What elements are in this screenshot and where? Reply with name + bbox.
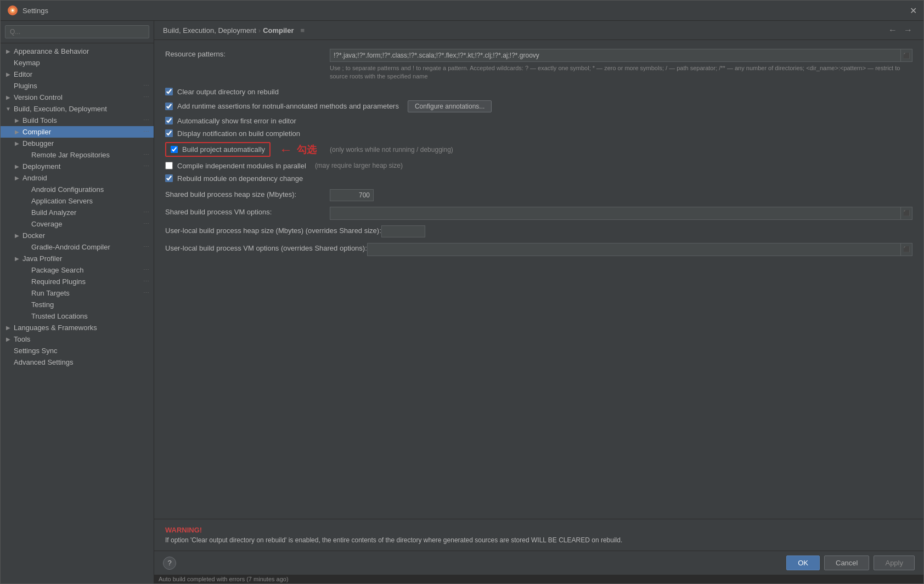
- chevron-icon: ▼: [5, 106, 12, 112]
- sidebar-item-tools[interactable]: ▶ Tools: [1, 333, 154, 345]
- sidebar-item-remote-jar[interactable]: Remote Jar Repositories ⋯: [1, 149, 154, 161]
- sidebar-item-coverage[interactable]: Coverage ⋯: [1, 218, 154, 230]
- chevron-icon: ▶: [5, 71, 12, 78]
- chevron-spacer: [22, 221, 29, 228]
- sidebar-item-advanced-settings[interactable]: Advanced Settings: [1, 356, 154, 368]
- chevron-icon: ▶: [14, 163, 20, 170]
- ok-button[interactable]: OK: [786, 555, 820, 570]
- sidebar-item-build-tools[interactable]: ▶ Build Tools ⋯: [1, 115, 154, 126]
- sidebar-label: Docker: [22, 231, 45, 240]
- chevron-icon: ▶: [5, 48, 12, 55]
- close-button[interactable]: ✕: [910, 5, 917, 16]
- sidebar-label: Build Tools: [22, 116, 57, 124]
- resource-patterns-input[interactable]: [330, 49, 901, 62]
- settings-dialog: Settings ✕ ▶ Appearance & Behavior Keyma…: [0, 0, 924, 584]
- nav-forward-button[interactable]: →: [902, 25, 915, 35]
- sidebar-label: Java Profiler: [22, 254, 62, 263]
- display-notification-checkbox[interactable]: [165, 129, 173, 137]
- vm-options-expand-button[interactable]: ⬛: [901, 207, 912, 220]
- sidebar-item-compiler[interactable]: ▶ Compiler ⋯: [1, 126, 154, 138]
- sidebar-item-editor[interactable]: ▶ Editor: [1, 69, 154, 80]
- content-area: ▶ Appearance & Behavior Keymap ▶ Editor …: [1, 21, 923, 583]
- compile-parallel-checkbox[interactable]: [165, 162, 173, 169]
- sidebar-item-app-servers[interactable]: Application Servers: [1, 195, 154, 207]
- sidebar-item-keymap[interactable]: Keymap: [1, 57, 154, 69]
- breadcrumb-nav: ← →: [886, 25, 915, 35]
- user-heap-size-value: [381, 225, 912, 237]
- sidebar-item-appearance[interactable]: ▶ Appearance & Behavior: [1, 46, 154, 57]
- sidebar-item-android[interactable]: ▶ Android: [1, 172, 154, 184]
- sidebar-item-languages[interactable]: ▶ Languages & Frameworks: [1, 322, 154, 333]
- sidebar-item-java-profiler[interactable]: ▶ Java Profiler: [1, 253, 154, 264]
- sidebar-label: Package Search: [31, 266, 83, 274]
- configure-annotations-button[interactable]: Configure annotations...: [408, 100, 492, 112]
- dots-icon: ⋯: [143, 267, 149, 274]
- chevron-icon: ▶: [14, 233, 20, 239]
- checkbox-rebuild-module: Rebuild module on dependency change: [165, 174, 912, 183]
- status-text: Auto build completed with errors (7 minu…: [159, 576, 289, 582]
- sidebar-item-build-exec[interactable]: ▼ Build, Execution, Deployment: [1, 103, 154, 115]
- sidebar-item-debugger[interactable]: ▶ Debugger: [1, 138, 154, 149]
- show-first-error-checkbox[interactable]: [165, 117, 173, 124]
- chevron-icon: ▶: [14, 140, 20, 147]
- resource-patterns-value: ⬛ Use ; to separate patterns and ! to ne…: [330, 49, 912, 81]
- user-vm-options-input[interactable]: [367, 243, 901, 256]
- runtime-assertions-checkbox[interactable]: [165, 103, 173, 110]
- user-vm-options-label: User-local build process VM options (ove…: [165, 243, 367, 252]
- sidebar-item-version-control[interactable]: ▶ Version Control ⋯: [1, 92, 154, 103]
- sidebar-item-run-targets[interactable]: Run Targets ⋯: [1, 287, 154, 299]
- resource-expand-button[interactable]: ⬛: [901, 49, 912, 62]
- footer: ? OK Cancel Apply: [154, 551, 923, 575]
- vm-options-value: ⬛: [330, 207, 912, 220]
- dots-icon: ⋯: [143, 117, 149, 124]
- sidebar-label: Languages & Frameworks: [14, 324, 97, 332]
- sidebar-label: Editor: [14, 70, 32, 78]
- chevron-icon: ▶: [5, 325, 12, 331]
- sidebar-label: Testing: [31, 300, 54, 309]
- sidebar-item-build-analyzer[interactable]: Build Analyzer ⋯: [1, 207, 154, 218]
- svg-point-2: [12, 9, 14, 12]
- rebuild-module-label: Rebuild module on dependency change: [177, 174, 303, 183]
- sidebar-item-docker[interactable]: ▶ Docker: [1, 230, 154, 241]
- clear-output-checkbox[interactable]: [165, 88, 173, 95]
- build-automatically-checkbox[interactable]: [171, 146, 178, 153]
- chevron-spacer: [5, 348, 12, 354]
- vm-options-row: Shared build process VM options: ⬛: [165, 207, 912, 220]
- settings-menu-icon[interactable]: ≡: [301, 26, 305, 35]
- search-input[interactable]: [5, 25, 149, 38]
- vm-options-input[interactable]: [330, 207, 901, 220]
- sidebar-label: Deployment: [22, 162, 60, 171]
- heap-size-label: Shared build process heap size (Mbytes):: [165, 189, 330, 199]
- build-automatically-row: Build project automatically ← 勾选 (only w…: [165, 142, 912, 157]
- nav-back-button[interactable]: ←: [886, 25, 899, 35]
- sidebar-item-deployment[interactable]: ▶ Deployment ⋯: [1, 161, 154, 172]
- chevron-spacer: [22, 198, 29, 205]
- sidebar: ▶ Appearance & Behavior Keymap ▶ Editor …: [1, 21, 154, 583]
- chevron-spacer: [22, 302, 29, 308]
- settings-panel: Resource patterns: ⬛ Use ; to separate p…: [154, 40, 923, 519]
- help-button[interactable]: ?: [163, 557, 176, 570]
- sidebar-item-plugins[interactable]: Plugins ⋯: [1, 80, 154, 92]
- sidebar-item-settings-sync[interactable]: Settings Sync: [1, 345, 154, 356]
- display-notification-label: Display notification on build completion: [177, 129, 300, 138]
- chevron-icon: ▶: [14, 175, 20, 182]
- status-bar: Auto build completed with errors (7 minu…: [154, 575, 923, 583]
- sidebar-label: Coverage: [31, 220, 62, 228]
- chevron-icon: ▶: [14, 256, 20, 262]
- cancel-button[interactable]: Cancel: [824, 555, 869, 570]
- rebuild-module-checkbox[interactable]: [165, 174, 173, 182]
- runtime-assertions-label: Add runtime assertions for notnull-annot…: [177, 102, 399, 110]
- sidebar-item-required-plugins[interactable]: Required Plugins ⋯: [1, 276, 154, 287]
- sidebar-label: Version Control: [14, 93, 63, 101]
- sidebar-item-package-search[interactable]: Package Search ⋯: [1, 264, 154, 276]
- sidebar-item-testing[interactable]: Testing: [1, 299, 154, 310]
- heap-size-input[interactable]: [330, 189, 374, 201]
- sidebar-item-android-configs[interactable]: Android Configurations: [1, 184, 154, 195]
- sidebar-item-gradle-android[interactable]: Gradle-Android Compiler ⋯: [1, 241, 154, 253]
- user-vm-options-expand-button[interactable]: ⬛: [901, 243, 912, 256]
- apply-button[interactable]: Apply: [874, 555, 915, 570]
- title-bar: Settings ✕: [1, 1, 923, 21]
- user-heap-size-input[interactable]: [381, 225, 425, 237]
- warning-title: WARNING!: [165, 526, 912, 534]
- sidebar-item-trusted-locations[interactable]: Trusted Locations: [1, 310, 154, 322]
